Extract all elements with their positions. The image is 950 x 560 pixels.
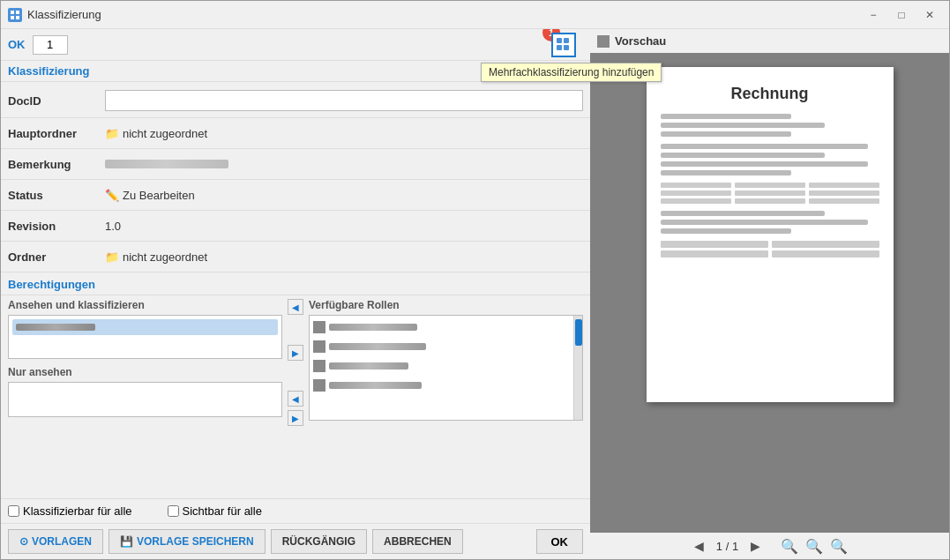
blur-line — [661, 114, 792, 119]
preview-document: Rechnung — [590, 53, 949, 533]
svg-rect-6 — [557, 45, 562, 50]
table-cell — [661, 183, 731, 188]
titlebar: Klassifizierung − □ ✕ — [1, 1, 949, 29]
doc-section-4 — [661, 211, 879, 234]
zoom-fit-button[interactable]: 🔍 — [828, 538, 849, 555]
table-row — [661, 190, 879, 196]
blur-line — [661, 131, 792, 137]
folder-icon-hauptordner: 📁 — [105, 127, 119, 140]
abbrechen-button[interactable]: ABBRECHEN — [372, 529, 463, 554]
vorlagen-button[interactable]: ⊙ VORLAGEN — [8, 529, 103, 554]
add-classification-button[interactable] — [551, 33, 576, 57]
table-cell — [809, 190, 879, 196]
berech-arrows: ◀ ▶ ◀ ▶ — [282, 299, 309, 426]
form-row-hauptordner: Hauptordner 📁 nicht zugeordnet — [1, 120, 590, 146]
ansehen-list[interactable] — [8, 315, 282, 359]
next-page-button[interactable]: ▶ — [745, 536, 765, 556]
form-row-ordner: Ordner 📁 nicht zugeordnet — [1, 243, 590, 270]
number-input[interactable] — [33, 35, 68, 55]
divider — [1, 179, 590, 180]
arrow-left-top[interactable]: ◀ — [288, 299, 303, 315]
top-bar: OK 1 Mehrfachklassifizi — [1, 29, 590, 61]
minimize-button[interactable]: − — [861, 5, 886, 25]
label-ordner: Ordner — [8, 250, 105, 264]
blur-line — [661, 170, 792, 175]
add-multi-icon — [556, 37, 572, 53]
doc-title: Rechnung — [661, 85, 879, 103]
role-icon — [313, 321, 325, 333]
svg-rect-7 — [564, 45, 569, 50]
vorlage-speichern-button[interactable]: 💾 VORLAGE SPEICHERN — [108, 529, 266, 554]
abbrechen-label: ABBRECHEN — [384, 535, 452, 548]
zoom-out-button[interactable]: 🔍 — [804, 538, 825, 555]
sichtbar-checkbox[interactable] — [168, 505, 179, 517]
nur-ansehen-header: Nur ansehen — [8, 366, 282, 378]
divider — [1, 241, 590, 242]
value-ordner: nicht zugeordnet — [123, 250, 583, 264]
table-cell — [809, 183, 879, 188]
role-icon — [313, 379, 325, 392]
form-row-status: Status ✏️ Zu Bearbeiten — [1, 182, 590, 208]
arrow-right-top[interactable]: ▶ — [288, 345, 303, 361]
table-cell — [661, 250, 768, 258]
svg-rect-1 — [16, 11, 19, 14]
klassifizierbar-checkbox[interactable] — [8, 505, 19, 517]
table-row — [661, 198, 879, 204]
arrow-left-bottom[interactable]: ◀ — [288, 391, 303, 407]
berech-col-ansehen: Ansehen und klassifizieren Nur ansehen — [8, 299, 282, 426]
berechtigungen-body: Ansehen und klassifizieren Nur ansehen — [1, 295, 590, 429]
input-docid[interactable] — [105, 90, 583, 111]
arrow-right-bottom[interactable]: ▶ — [288, 410, 303, 426]
role-icon — [313, 340, 325, 353]
label-status: Status — [8, 189, 105, 202]
table-cell — [735, 183, 805, 188]
blur-line — [661, 144, 869, 149]
value-revision: 1.0 — [105, 220, 583, 233]
divider — [1, 272, 590, 273]
berechtigungen-header: Berechtigungen — [1, 274, 590, 295]
zoom-in-button[interactable]: 🔍 — [779, 538, 800, 555]
nur-ansehen-area: Nur ansehen — [8, 366, 282, 417]
doc-section-3 — [661, 183, 879, 204]
berechtigungen-section: Berechtigungen Ansehen und klassifiziere… — [1, 274, 590, 429]
pencil-icon-status: ✏️ — [105, 189, 119, 202]
document-page: Rechnung — [647, 67, 894, 402]
window-title: Klassifizierung — [27, 8, 861, 21]
scroll-thumb — [575, 319, 582, 346]
ansehen-list-item — [12, 319, 278, 335]
table-cell — [735, 198, 805, 204]
divider — [1, 210, 590, 211]
label-revision: Revision — [8, 220, 105, 233]
form-row-docid: DocID — [1, 86, 590, 116]
value-hauptordner: nicht zugeordnet — [123, 127, 583, 140]
nur-ansehen-list[interactable] — [8, 382, 282, 417]
rollen-list[interactable] — [309, 315, 583, 421]
checkbox-klassifizierbar[interactable]: Klassifizierbar für alle — [8, 504, 132, 518]
vorlage-speichern-label: VORLAGE SPEICHERN — [137, 535, 254, 548]
divider — [1, 148, 590, 149]
value-bemerkung — [105, 158, 583, 171]
content-area: OK 1 Mehrfachklassifizi — [1, 29, 949, 559]
checkbox-sichtbar[interactable]: Sichtbar für alle — [168, 504, 262, 518]
vorlagen-label: VORLAGEN — [32, 535, 92, 548]
vorlagen-icon: ⊙ — [19, 535, 28, 548]
preview-icon — [597, 35, 610, 48]
divider — [1, 117, 590, 118]
prev-page-button[interactable]: ◀ — [690, 536, 709, 556]
label-bemerkung: Bemerkung — [8, 158, 105, 171]
zoom-controls: 🔍 🔍 🔍 — [779, 538, 849, 555]
ok-button[interactable]: OK — [536, 529, 584, 554]
bottom-checkboxes: Klassifizierbar für alle Sichtbar für al… — [1, 498, 590, 523]
table-row — [661, 241, 879, 248]
maximize-button[interactable]: □ — [889, 5, 914, 25]
table-cell — [661, 198, 731, 204]
table-cell — [809, 198, 879, 204]
value-status: Zu Bearbeiten — [123, 189, 583, 202]
rueckgaengig-button[interactable]: RÜCKGÄNGIG — [271, 529, 367, 554]
svg-rect-4 — [557, 38, 562, 43]
table-row — [661, 250, 879, 258]
table-cell — [772, 241, 879, 248]
form-row-bemerkung: Bemerkung — [1, 151, 590, 177]
rollen-scrollbar[interactable] — [573, 316, 582, 420]
close-button[interactable]: ✕ — [917, 5, 942, 25]
